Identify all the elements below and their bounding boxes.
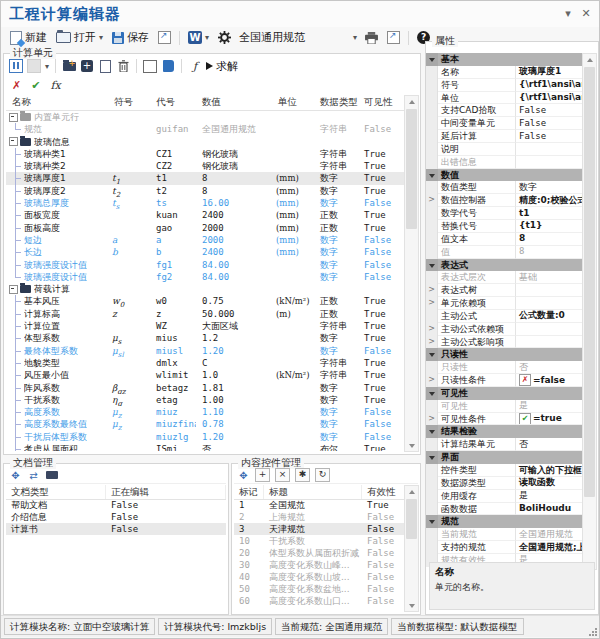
property-group-header[interactable]: 结果检验	[426, 425, 586, 438]
copy-button[interactable]	[98, 59, 112, 73]
property-row[interactable]: 说明	[426, 143, 586, 156]
property-row[interactable]: 使用缓存是	[426, 490, 586, 503]
tree-row[interactable]: 荷载计算	[6, 283, 406, 295]
tree-row[interactable]: 玻璃种类1CZ1钢化玻璃字符串True	[6, 148, 406, 160]
formula-button[interactable]: ƒ	[188, 59, 202, 73]
property-row[interactable]: 只读性否	[426, 361, 586, 374]
tree-row[interactable]: 玻璃强度设计值fg184.00数字False	[6, 259, 406, 271]
scroll-up-icon[interactable]	[405, 486, 418, 497]
property-group-header[interactable]: 只读性	[426, 348, 586, 361]
add-control-button[interactable]: +	[255, 468, 270, 482]
tree-row[interactable]: 玻璃种类2CZ2钢化玻璃字符串True	[6, 160, 406, 172]
tree-row[interactable]: 高度系数最终值μzmiuzfinal0.78数字False	[6, 418, 406, 430]
property-row[interactable]: 延后计算False	[426, 130, 586, 143]
scroll-up-icon[interactable]	[405, 96, 418, 107]
content-row[interactable]: 2上海规范False	[234, 511, 418, 523]
property-row[interactable]: 表达式层次基础	[426, 271, 586, 284]
minimize-button[interactable]: ▾	[561, 7, 575, 21]
refresh-button[interactable]: ↻	[315, 468, 330, 482]
settings-button[interactable]	[215, 30, 234, 45]
property-row[interactable]: >表达式树	[426, 284, 586, 297]
tree-expand-toggle[interactable]	[9, 113, 18, 122]
property-row[interactable]: 值文本8	[426, 233, 586, 246]
property-row[interactable]: 数据源类型读取函数	[426, 477, 586, 490]
tree-row[interactable]: 体型系数μsmius1.2数字True	[6, 332, 406, 344]
invalidate-button[interactable]: ✗	[12, 79, 21, 92]
property-group-header[interactable]: 数值	[426, 169, 586, 182]
tree-row[interactable]: 内置单元行	[6, 111, 406, 123]
expand-all-button[interactable]: ✥	[9, 469, 22, 481]
tree-row[interactable]: 玻璃信息	[6, 136, 406, 148]
property-row[interactable]: 替换代号{t1}	[426, 220, 586, 233]
property-row[interactable]: 值8	[426, 246, 586, 259]
property-row[interactable]: 控件类型可输入的下拉框	[426, 464, 586, 477]
property-group-header[interactable]: 规范	[426, 515, 586, 528]
property-row[interactable]: 支持CAD拾取False	[426, 104, 586, 117]
card-button[interactable]	[45, 469, 58, 481]
content-row[interactable]: 3天津规范False	[234, 523, 418, 535]
tree-expand-toggle[interactable]	[9, 285, 18, 294]
property-row[interactable]: >只读性条件✗=false	[426, 374, 586, 387]
content-row[interactable]: 40高度变化系数山坡...False	[234, 571, 418, 583]
property-grid-scrollbar[interactable]	[582, 53, 597, 570]
content-row[interactable]: 30高度变化系数山峰...False	[234, 559, 418, 571]
property-row[interactable]: 出错信息	[426, 156, 586, 169]
new-button[interactable]: 新建	[7, 29, 50, 46]
export-doc-button[interactable]	[384, 30, 403, 45]
tree-expand-toggle[interactable]	[9, 137, 18, 146]
property-row[interactable]: 单位{\rtf1\ansi\ansi	[426, 92, 586, 105]
export-button[interactable]	[155, 30, 174, 45]
content-row[interactable]: 10干扰系数False	[234, 535, 418, 547]
tree-row[interactable]: 阵风系数βgzbetagz1.81数字True	[6, 382, 406, 394]
content-row[interactable]: 20体型系数从属面积折减False	[234, 547, 418, 559]
property-row[interactable]: 名称玻璃厚度1	[426, 66, 586, 79]
property-row[interactable]: >主动公式影响项	[426, 336, 586, 349]
spec-combobox[interactable]: 全国通用规范 ▾	[237, 29, 359, 46]
property-group-header[interactable]: 可见性	[426, 387, 586, 400]
property-row[interactable]: 可见性是	[426, 400, 586, 413]
tree-row[interactable]: 规范guifan全国通用规范字符串False	[6, 123, 406, 135]
fx-button[interactable]: fx	[50, 79, 60, 92]
content-row[interactable]: 50高度变化系数盆地...False	[234, 583, 418, 595]
scroll-down-icon[interactable]	[405, 600, 418, 611]
property-group-header[interactable]: 界面	[426, 451, 586, 464]
tree-row[interactable]: 高度系数μzmiuz1.10数字False	[6, 406, 406, 418]
scroll-down-icon[interactable]	[405, 440, 418, 451]
jump-button[interactable]: ✥	[237, 469, 250, 481]
tree-row[interactable]: 地貌类型dmlxC字符串True	[6, 357, 406, 369]
property-row[interactable]: 数值类型数字	[426, 181, 586, 194]
property-row[interactable]: 函数数据BoliHoudu	[426, 503, 586, 516]
content-table-scrollbar[interactable]	[404, 485, 419, 612]
tree-row[interactable]: 玻璃厚度1t1t18(mm)数字True	[6, 172, 406, 184]
columns-button[interactable]	[143, 59, 157, 73]
panel-view-button[interactable]	[161, 59, 175, 73]
word-button[interactable]: W▾	[185, 30, 212, 45]
property-row[interactable]: >数值控制器精度:0;校验公式:=	[426, 194, 586, 207]
tree-row[interactable]: 长边bb2400(mm)数字False	[6, 246, 406, 258]
doc-row[interactable]: 帮助文档False	[6, 499, 226, 511]
content-row[interactable]: 1全国规范True	[234, 499, 418, 511]
print-button[interactable]	[362, 31, 381, 45]
resize-grip[interactable]	[589, 628, 597, 636]
tree-row[interactable]: 玻璃总厚度tsts16.00(mm)数字False	[6, 197, 406, 209]
property-row[interactable]: 数学代号t1	[426, 207, 586, 220]
pause-toggle-button[interactable]	[9, 59, 23, 73]
property-row[interactable]: >可见性条件✔=true	[426, 413, 586, 426]
solve-button[interactable]: 求解	[206, 59, 238, 74]
tree-row[interactable]: 玻璃厚度2t2t28(mm)数字True	[6, 185, 406, 197]
tree-row[interactable]: 基本风压w0w00.75(kN/m²)正数True	[6, 295, 406, 307]
property-row[interactable]: 当前规范全国通用规范	[426, 528, 586, 541]
property-row[interactable]: 支持的规范全国通用规范;上海DB	[426, 541, 586, 554]
add-group-button[interactable]	[62, 59, 76, 73]
scrollbar-thumb[interactable]	[406, 109, 417, 229]
property-row[interactable]: 主动公式公式数量:0	[426, 310, 586, 323]
tree-row[interactable]: 面板宽度kuan2400(mm)正数True	[6, 209, 406, 221]
tree-row[interactable]: 干扰后体型系数miuzlg1.20数字False	[6, 431, 406, 443]
tree-row[interactable]: 计算位置WZ大面区域字符串True	[6, 320, 406, 332]
add-unit-button[interactable]: +	[80, 59, 94, 73]
property-row[interactable]: >主动公式依赖项	[426, 323, 586, 336]
scrollbar-thumb[interactable]	[584, 67, 595, 497]
tree-row[interactable]: 风压最小值wlimit1.0(kN/m²)字符串True	[6, 369, 406, 381]
tree-row[interactable]: 玻璃强度设计值fg284.00数字False	[6, 271, 406, 283]
doc-row[interactable]: 计算书False	[6, 523, 226, 535]
